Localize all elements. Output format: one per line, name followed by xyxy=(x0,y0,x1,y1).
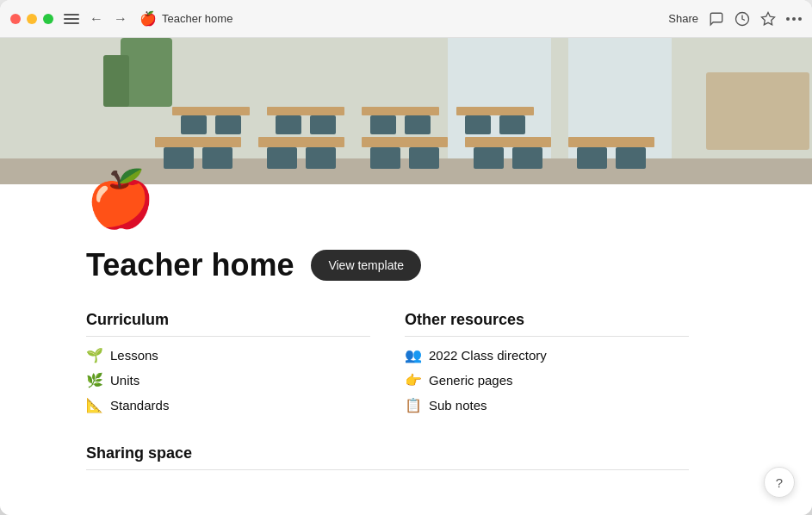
svg-point-4 xyxy=(798,17,802,21)
other-resources-title: Other resources xyxy=(405,311,689,337)
star-button[interactable] xyxy=(760,11,776,27)
standards-icon: 📐 xyxy=(86,397,103,413)
page-body: 🍎 Teacher home View template Curriculum … xyxy=(0,158,775,515)
class-directory-label: 2022 Class directory xyxy=(429,348,547,363)
svg-rect-19 xyxy=(276,115,301,134)
svg-point-3 xyxy=(792,17,796,21)
svg-rect-18 xyxy=(215,115,241,134)
comment-button[interactable] xyxy=(709,11,724,27)
svg-rect-14 xyxy=(267,107,344,115)
svg-rect-22 xyxy=(405,115,431,134)
svg-rect-15 xyxy=(362,107,439,115)
svg-rect-42 xyxy=(103,55,129,107)
tab-favicon: 🍎 xyxy=(139,10,157,27)
other-resources-list: 👥 2022 Class directory 👉 Generic pages 📋… xyxy=(405,347,689,413)
sharing-section: Sharing space xyxy=(86,444,689,470)
list-item[interactable]: 📋 Sub notes xyxy=(405,397,689,413)
list-item[interactable]: 🌿 Units xyxy=(86,372,370,388)
lessons-label: Lessons xyxy=(110,348,158,363)
other-resources-section: Other resources 👥 2022 Class directory 👉… xyxy=(405,311,689,413)
sharing-title: Sharing space xyxy=(86,444,689,470)
curriculum-title: Curriculum xyxy=(86,311,370,337)
sub-notes-icon: 📋 xyxy=(405,397,422,413)
svg-point-2 xyxy=(786,17,790,21)
list-item[interactable]: 🌱 Lessons xyxy=(86,347,370,363)
svg-rect-13 xyxy=(172,107,250,115)
menu-icon[interactable] xyxy=(64,11,79,27)
lessons-icon: 🌱 xyxy=(86,347,103,363)
close-button[interactable] xyxy=(10,14,21,24)
tab-title: Teacher home xyxy=(162,12,668,25)
svg-rect-17 xyxy=(181,115,207,134)
curriculum-list: 🌱 Lessons 🌿 Units 📐 Standards xyxy=(86,347,370,413)
svg-rect-26 xyxy=(258,137,344,147)
list-item[interactable]: 👉 Generic pages xyxy=(405,372,689,388)
list-item[interactable]: 📐 Standards xyxy=(86,397,370,413)
titlebar: ← → 🍎 Teacher home Share xyxy=(0,0,812,38)
view-template-button[interactable]: View template xyxy=(311,250,421,281)
help-button[interactable]: ? xyxy=(764,467,795,498)
svg-rect-40 xyxy=(706,72,809,150)
minimize-button[interactable] xyxy=(27,14,37,24)
back-button[interactable]: ← xyxy=(86,9,107,28)
more-button[interactable] xyxy=(786,17,802,21)
history-button[interactable] xyxy=(735,11,750,27)
units-label: Units xyxy=(110,373,139,388)
svg-rect-23 xyxy=(465,115,491,134)
page-title: Teacher home xyxy=(86,247,294,283)
sub-notes-label: Sub notes xyxy=(429,398,487,413)
nav-arrows: ← → xyxy=(86,9,131,28)
page-content: 🍎 Teacher home View template Curriculum … xyxy=(0,38,812,515)
svg-rect-20 xyxy=(310,115,336,134)
page-title-row: Teacher home View template xyxy=(86,247,689,283)
share-button[interactable]: Share xyxy=(668,12,698,25)
generic-pages-icon: 👉 xyxy=(405,372,422,388)
svg-rect-25 xyxy=(155,137,241,147)
standards-label: Standards xyxy=(110,398,169,413)
svg-rect-27 xyxy=(362,137,448,147)
traffic-lights xyxy=(10,14,53,24)
class-directory-icon: 👥 xyxy=(405,347,422,363)
generic-pages-label: Generic pages xyxy=(429,373,513,388)
svg-rect-24 xyxy=(499,115,525,134)
maximize-button[interactable] xyxy=(43,14,53,24)
svg-rect-16 xyxy=(456,107,534,115)
list-item[interactable]: 👥 2022 Class directory xyxy=(405,347,689,363)
browser-window: ← → 🍎 Teacher home Share xyxy=(0,0,812,515)
svg-marker-1 xyxy=(762,12,775,24)
curriculum-section: Curriculum 🌱 Lessons 🌿 Units 📐 Standa xyxy=(86,311,370,413)
units-icon: 🌿 xyxy=(86,372,103,388)
sections-grid: Curriculum 🌱 Lessons 🌿 Units 📐 Standa xyxy=(86,311,689,413)
page-icon: 🍎 xyxy=(86,158,689,240)
forward-button[interactable]: → xyxy=(110,9,131,28)
svg-rect-21 xyxy=(370,115,396,134)
svg-rect-29 xyxy=(568,137,654,147)
titlebar-controls: Share xyxy=(668,11,802,27)
svg-rect-28 xyxy=(465,137,551,147)
